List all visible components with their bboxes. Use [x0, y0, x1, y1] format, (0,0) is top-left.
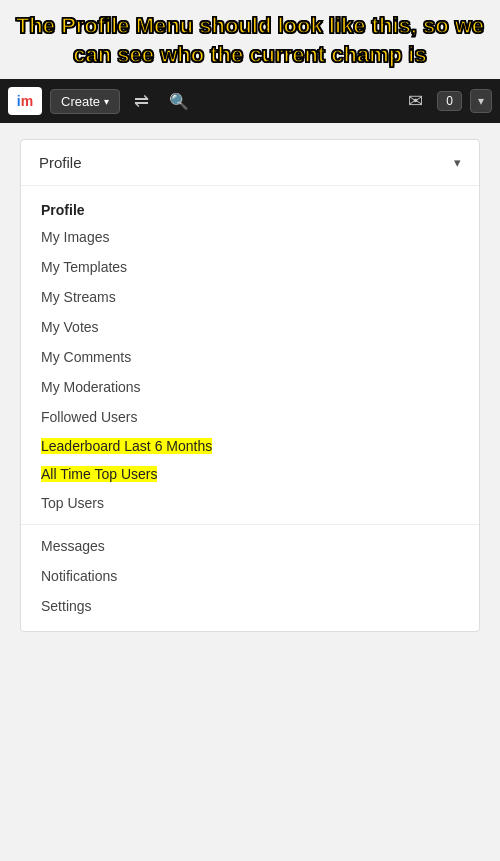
- create-chevron-icon: ▾: [104, 96, 109, 107]
- menu-item-my-streams[interactable]: My Streams: [21, 282, 479, 312]
- annotation-banner: The Profile Menu should look like this, …: [0, 0, 500, 79]
- navbar: i m Create ▾ ⇌ 🔍 ✉ 0 ▾: [0, 79, 500, 123]
- menu-item-my-comments[interactable]: My Comments: [21, 342, 479, 372]
- menu-item-my-templates[interactable]: My Templates: [21, 252, 479, 282]
- all-time-top-highlight-text: All Time Top Users: [41, 466, 157, 482]
- shuffle-icon[interactable]: ⇌: [128, 86, 155, 116]
- menu-item-messages[interactable]: Messages: [21, 531, 479, 561]
- menu-item-leaderboard[interactable]: Leaderboard Last 6 Months: [21, 432, 479, 460]
- logo[interactable]: i m: [8, 87, 42, 115]
- menu-item-notifications[interactable]: Notifications: [21, 561, 479, 591]
- profile-header-label: Profile: [39, 154, 82, 171]
- annotation-text: The Profile Menu should look like this, …: [16, 13, 484, 67]
- navbar-dropdown-chevron-icon[interactable]: ▾: [470, 89, 492, 113]
- create-button[interactable]: Create ▾: [50, 89, 120, 114]
- profile-menu-list: Profile My Images My Templates My Stream…: [21, 186, 479, 631]
- menu-section-header: Profile: [21, 196, 479, 222]
- menu-item-my-moderations[interactable]: My Moderations: [21, 372, 479, 402]
- menu-item-followed-users[interactable]: Followed Users: [21, 402, 479, 432]
- profile-header[interactable]: Profile ▾: [21, 140, 479, 186]
- menu-item-all-time-top[interactable]: All Time Top Users: [21, 460, 479, 488]
- profile-dropdown-container: Profile ▾ Profile My Images My Templates…: [20, 139, 480, 632]
- menu-item-my-votes[interactable]: My Votes: [21, 312, 479, 342]
- menu-item-settings[interactable]: Settings: [21, 591, 479, 621]
- menu-divider: [21, 524, 479, 525]
- profile-header-chevron-icon: ▾: [454, 155, 461, 170]
- search-icon[interactable]: 🔍: [163, 88, 195, 115]
- mail-icon[interactable]: ✉: [402, 86, 429, 116]
- logo-m: m: [21, 93, 33, 109]
- menu-item-my-images[interactable]: My Images: [21, 222, 479, 252]
- leaderboard-highlight-text: Leaderboard Last 6 Months: [41, 438, 212, 454]
- menu-item-top-users[interactable]: Top Users: [21, 488, 479, 518]
- notification-count[interactable]: 0: [437, 91, 462, 111]
